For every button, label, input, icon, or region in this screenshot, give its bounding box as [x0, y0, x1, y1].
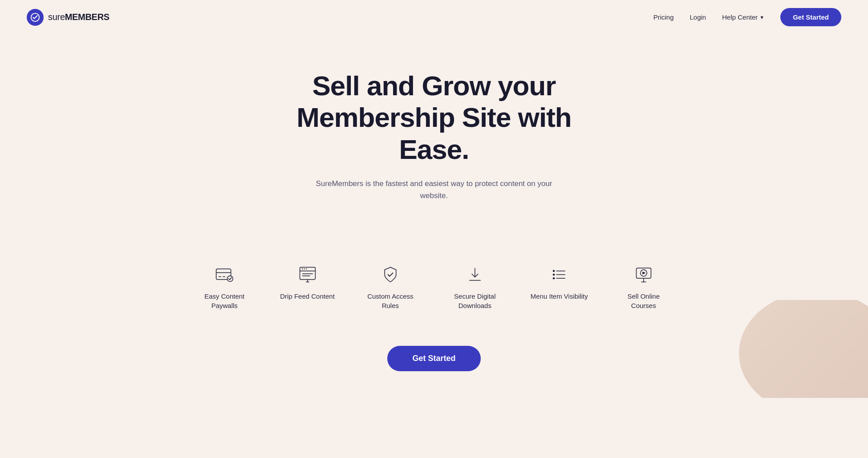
feature-sell-online-courses: Sell Online Courses — [615, 264, 673, 310]
download-icon — [464, 264, 486, 285]
feature-label: Sell Online Courses — [615, 292, 673, 310]
help-center-label: Help Center — [722, 13, 758, 21]
svg-point-19 — [553, 274, 555, 276]
logo-icon — [27, 9, 44, 26]
nav-pricing[interactable]: Pricing — [653, 13, 674, 21]
nav-login[interactable]: Login — [690, 13, 706, 21]
feature-label: Drip Feed Content — [280, 292, 335, 301]
features-row: Easy Content Paywalls Drip Feed Content — [0, 255, 868, 341]
logo-text: sureMEMBERS — [48, 12, 110, 22]
drip-feed-icon — [297, 264, 318, 285]
nav-get-started-button[interactable]: Get Started — [780, 8, 841, 26]
feature-menu-item-visibility: Menu Item Visibility — [531, 264, 588, 301]
feature-label: Custom Access Rules — [361, 292, 419, 310]
feature-label: Secure Digital Downloads — [446, 292, 504, 310]
chevron-down-icon: ▼ — [759, 15, 764, 20]
logo-link[interactable]: sureMEMBERS — [27, 9, 110, 26]
feature-secure-digital-downloads: Secure Digital Downloads — [446, 264, 504, 310]
feature-label: Easy Content Paywalls — [195, 292, 253, 310]
feature-label: Menu Item Visibility — [531, 292, 588, 301]
svg-point-5 — [227, 276, 233, 282]
hero-section: Sell and Grow your Membership Site with … — [0, 34, 868, 255]
svg-marker-27 — [642, 272, 645, 274]
cta-section: Get Started — [0, 341, 868, 398]
nav-help-center[interactable]: Help Center ▼ — [722, 13, 764, 21]
svg-point-21 — [553, 277, 555, 280]
svg-point-17 — [553, 270, 555, 272]
menu-list-icon — [548, 264, 570, 285]
credit-card-check-icon — [214, 264, 235, 285]
hero-get-started-button[interactable]: Get Started — [387, 346, 480, 371]
nav-links: Pricing Login Help Center ▼ Get Started — [653, 8, 841, 26]
monitor-play-icon — [633, 264, 654, 285]
shield-check-icon — [380, 264, 401, 285]
hero-title: Sell and Grow your Membership Site with … — [260, 70, 608, 165]
feature-drip-feed-content: Drip Feed Content — [280, 264, 335, 301]
navbar: sureMEMBERS Pricing Login Help Center ▼ … — [0, 0, 868, 34]
feature-easy-content-paywalls: Easy Content Paywalls — [195, 264, 253, 310]
hero-subtitle: SureMembers is the fastest and easiest w… — [314, 178, 554, 202]
feature-custom-access-rules: Custom Access Rules — [361, 264, 419, 310]
